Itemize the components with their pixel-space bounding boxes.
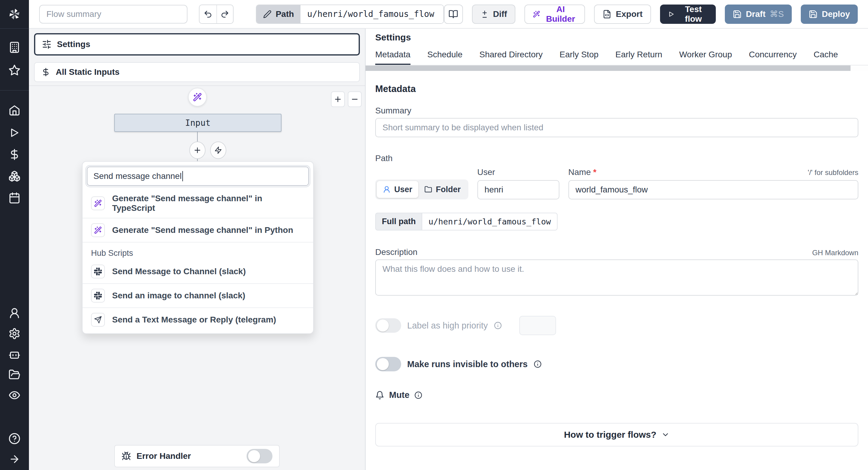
sidebar-item-home[interactable] [8,104,21,117]
hub-slack-message-item[interactable]: Send Message to Channel (slack) [83,260,313,283]
redo-button[interactable] [216,5,233,23]
test-flow-button[interactable]: Test flow [660,4,716,24]
sidebar-item-workspace[interactable] [8,41,21,54]
step-search-input[interactable]: Send message channel [87,167,309,186]
invisible-runs-toggle[interactable] [375,357,401,371]
error-handler-module[interactable]: Error Handler [114,445,280,467]
toggle-knob [377,320,389,331]
slack-icon [91,289,105,302]
tab-schedule[interactable]: Schedule [427,50,463,65]
flow-canvas[interactable]: Input Send message channel [29,85,365,470]
sidebar-item-schedules[interactable] [8,191,21,205]
bug-icon [121,451,131,461]
how-to-trigger-label: How to trigger flows? [564,430,656,440]
play-icon [668,10,675,19]
sidebar-item-audit-logs[interactable] [8,388,21,402]
owner-user-label: User [394,185,412,194]
generate-python-item[interactable]: Generate "Send message channel" in Pytho… [83,218,313,242]
arrow-right-icon [9,453,20,465]
topbar: Path u/henri/world_famous_flow Diff [29,0,868,29]
sidebar-item-favorites[interactable] [8,64,21,77]
zoom-out-button[interactable] [348,91,362,107]
summary-input[interactable] [375,118,858,137]
docs-button[interactable] [444,4,463,24]
flow-path-value[interactable]: u/henri/world_famous_flow [301,5,443,23]
sidebar-item-folders[interactable] [8,368,21,381]
ai-builder-button[interactable]: AI Builder [524,4,585,24]
save-icon [733,10,742,19]
tab-shared-directory[interactable]: Shared Directory [479,50,543,65]
add-trigger-button[interactable] [210,142,226,159]
sidebar-item-help[interactable] [8,432,21,445]
chevron-down-icon [661,431,670,439]
tab-concurrency[interactable]: Concurrency [749,50,797,65]
windmill-logo[interactable] [0,0,29,29]
sidebar-item-settings[interactable] [8,327,21,340]
plus-icon [193,146,202,154]
settings-tabs: Metadata Schedule Shared Directory Early… [375,50,868,65]
tab-metadata[interactable]: Metadata [375,50,410,65]
owner-user-option[interactable]: User [377,181,418,198]
eye-icon [8,389,21,401]
error-handler-toggle[interactable] [247,449,273,463]
sidebar-item-resources[interactable] [8,170,21,183]
edit-path-button[interactable]: Path [256,5,301,23]
pencil-icon [263,10,272,19]
help-icon [8,433,21,445]
home-icon [8,105,21,116]
export-button[interactable]: Export [594,4,651,24]
sidebar-item-variables[interactable] [8,148,21,161]
owner-folder-option[interactable]: Folder [418,181,467,198]
toggle-knob [248,450,260,462]
undo-button[interactable] [199,5,216,23]
high-priority-row: Label as high priority [375,316,858,335]
wand-icon [91,223,105,237]
input-node-label: Input [185,118,210,128]
deploy-button[interactable]: Deploy [801,4,858,24]
generate-typescript-item[interactable]: Generate "Send message channel" in TypeS… [83,189,313,218]
content-split: Settings All Static Inputs [29,29,868,470]
tab-cache[interactable]: Cache [813,50,838,65]
draft-label: Draft [746,9,766,19]
zoom-in-button[interactable] [331,91,345,107]
static-inputs-module[interactable]: All Static Inputs [34,62,360,82]
how-to-trigger-button[interactable]: How to trigger flows? [375,423,858,446]
invisible-runs-label: Make runs invisible to others [407,359,528,369]
description-header: Description GH Markdown [375,247,858,257]
boxes-icon [8,170,21,182]
required-asterisk: * [593,168,596,177]
owner-kind-toggle: User Folder [375,179,468,199]
sidebar-collapse-button[interactable] [8,452,21,466]
sidebar-item-runs[interactable] [8,126,21,139]
tab-early-stop[interactable]: Early Stop [560,50,598,65]
ai-flow-assistant-button[interactable] [188,88,207,107]
hub-telegram-message-item[interactable]: Send a Text Message or Reply (telegram) [83,307,313,331]
hub-slack-image-item[interactable]: Send an image to channel (slack) [83,283,313,307]
full-path-label: Full path [375,213,422,231]
hub-scripts-section-label: Hub Scripts [83,242,313,260]
mute-row[interactable]: Mute [375,390,858,400]
tab-worker-group[interactable]: Worker Group [679,50,732,65]
draft-button[interactable]: Draft ⌘S [725,4,792,24]
tab-early-return[interactable]: Early Return [615,50,662,65]
flow-settings-module[interactable]: Settings [34,33,360,56]
windmill-pinwheel-icon [7,7,22,21]
name-field-label: Name * [568,168,596,177]
sidebar-item-users[interactable] [8,306,21,320]
user-input[interactable] [477,180,559,199]
diff-button[interactable]: Diff [472,4,516,24]
flow-summary-input[interactable] [39,5,187,24]
input-node[interactable]: Input [114,114,281,132]
wand-sparkles-icon [193,93,202,102]
user-field-label: User [477,168,495,177]
sidebar-item-workers[interactable] [8,348,21,361]
result-label: Send Message to Channel (slack) [112,267,246,276]
high-priority-toggle[interactable] [375,318,401,333]
add-step-button[interactable] [189,142,206,159]
tabs-scrollbar-thumb[interactable] [366,65,850,71]
mute-label: Mute [389,390,410,400]
name-input[interactable] [568,180,858,199]
flow-edge [197,132,198,142]
path-name-column: Name * '/' for subfolders [568,168,858,199]
description-textarea[interactable] [375,259,858,296]
